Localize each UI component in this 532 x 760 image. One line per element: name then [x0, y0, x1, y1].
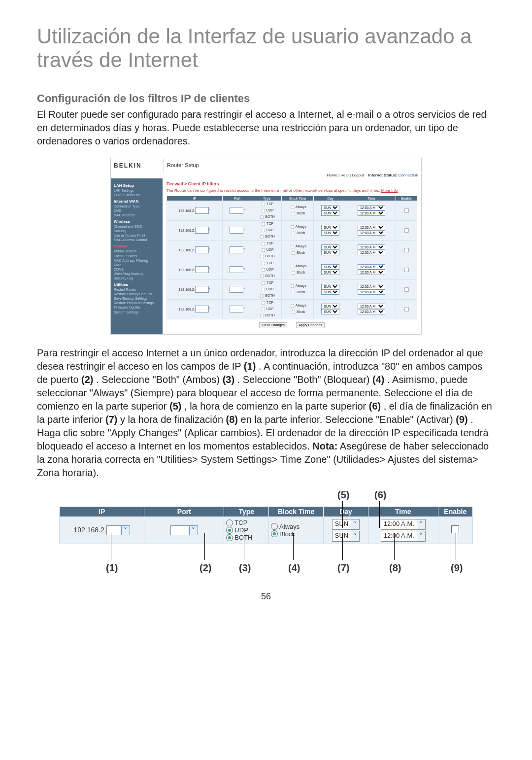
detail-blocktime-cell[interactable]: Always Block	[269, 517, 324, 544]
day-select[interactable]: SUN	[321, 264, 339, 270]
port-input[interactable]	[230, 306, 243, 312]
time-cell[interactable]: 12:00 A.M.12:00 A.M.	[347, 240, 396, 260]
sidebar-item[interactable]: Channel and SSID	[114, 224, 161, 229]
sidebar-item[interactable]: Use as Access Point	[114, 233, 161, 238]
day-select[interactable]: SUN	[321, 289, 339, 295]
type-radio[interactable]	[260, 274, 264, 278]
type-cell[interactable]: TCPUDPBOTH	[252, 260, 281, 279]
type-radio[interactable]	[262, 222, 266, 226]
port-cell[interactable]: ˅	[223, 220, 252, 240]
logout-link[interactable]: Logout	[352, 173, 364, 177]
clear-changes-button[interactable]: Clear Changes	[259, 322, 287, 328]
sidebar-item[interactable]: WAN Ping Blocking	[114, 272, 161, 276]
sidebar-item[interactable]: DDNS	[114, 267, 161, 272]
day-cell[interactable]: SUNSUN	[314, 260, 347, 279]
time-select[interactable]: 12:00 A.M.	[358, 270, 385, 275]
port-input[interactable]	[230, 246, 243, 253]
enable-checkbox[interactable]	[404, 287, 409, 292]
sidebar-item[interactable]: MAC Address Control	[114, 238, 161, 242]
type-radio[interactable]	[261, 307, 265, 311]
time-select[interactable]: 12:00 A.M.	[358, 284, 385, 289]
enable-checkbox[interactable]	[404, 268, 409, 272]
blocktime-radio[interactable]	[290, 304, 294, 308]
day-select[interactable]: SUN	[321, 284, 339, 289]
enable-cell[interactable]	[396, 220, 417, 240]
sidebar-item[interactable]: Restore Factory Defaults	[114, 292, 161, 296]
sidebar-item[interactable]: MAC Address	[114, 213, 161, 217]
day-select[interactable]: SUN	[321, 230, 339, 236]
type-radio[interactable]	[262, 281, 266, 285]
day-select[interactable]: SUN	[321, 225, 339, 230]
blocktime-cell[interactable]: AlwaysBlock	[282, 220, 314, 240]
enable-cell[interactable]	[396, 299, 417, 319]
time-select[interactable]: 12:00 A.M.	[358, 230, 385, 236]
type-radio[interactable]	[262, 261, 266, 265]
enable-checkbox[interactable]	[451, 525, 459, 533]
chevron-down-icon[interactable]: ˅	[189, 525, 198, 535]
port-cell[interactable]: ˅	[223, 201, 252, 220]
ip-cell[interactable]: 192.168.2.˅	[167, 240, 223, 260]
ip-octet-input[interactable]	[195, 286, 209, 293]
blocktime-cell[interactable]: AlwaysBlock	[282, 299, 314, 319]
ip-octet-input[interactable]	[195, 227, 209, 234]
port-cell[interactable]: ˅	[223, 299, 252, 319]
day-select[interactable]: SUN	[321, 250, 339, 255]
detail-ip-cell[interactable]: 192.168.2.˅	[60, 517, 144, 544]
ip-cell[interactable]: 192.168.2.˅	[167, 220, 223, 240]
sidebar-item[interactable]: Virtual Servers	[114, 249, 161, 253]
time-cell[interactable]: 12:00 A.M.12:00 A.M.	[347, 260, 396, 279]
blocktime-radio[interactable]	[290, 284, 294, 288]
detail-port-cell[interactable]: ˅	[144, 517, 224, 544]
enable-cell[interactable]	[396, 240, 417, 260]
apply-changes-button[interactable]: Apply Changes	[296, 322, 324, 328]
sidebar-item[interactable]: Firmware Update	[114, 305, 161, 310]
type-radio[interactable]	[262, 242, 266, 245]
sidebar-item[interactable]: System Settings	[114, 310, 161, 314]
ip-octet-input[interactable]	[195, 306, 209, 312]
sidebar-item[interactable]: DHCP Client List	[114, 193, 161, 197]
sidebar-item[interactable]: Client IP Filters	[114, 254, 161, 258]
type-radio[interactable]	[262, 301, 266, 305]
blocktime-radio[interactable]	[292, 311, 296, 314]
time-cell[interactable]: 12:00 A.M.12:00 A.M.	[347, 220, 396, 240]
blocktime-cell[interactable]: AlwaysBlock	[282, 260, 314, 279]
time-select[interactable]: 12:00 A.M.	[358, 304, 385, 309]
ip-cell[interactable]: 192.168.2.˅	[167, 279, 223, 299]
type-radio[interactable]	[261, 287, 265, 291]
ip-octet-input[interactable]	[195, 207, 209, 214]
sidebar-item[interactable]: Save/Backup Settings	[114, 296, 161, 301]
day-select[interactable]: SUN	[321, 304, 339, 309]
time-select[interactable]: 12:00 A.M.	[358, 264, 385, 270]
port-cell[interactable]: ˅	[223, 260, 252, 279]
blocktime-radio[interactable]	[292, 291, 296, 295]
chevron-down-icon[interactable]: ˅	[417, 519, 425, 529]
time-select[interactable]: 12:00 A.M.	[358, 205, 385, 210]
enable-checkbox[interactable]	[404, 208, 409, 213]
day-cell[interactable]: SUNSUN	[314, 279, 347, 299]
ip-octet-input[interactable]	[195, 266, 209, 273]
port-input[interactable]	[230, 286, 243, 293]
sidebar-item[interactable]: Restart Router	[114, 287, 161, 292]
type-cell[interactable]: TCPUDPBOTH	[252, 279, 281, 299]
blocktime-radio[interactable]	[290, 245, 294, 249]
type-radio[interactable]	[260, 254, 264, 258]
port-input[interactable]	[230, 227, 243, 234]
type-radio[interactable]	[260, 215, 264, 219]
time-select[interactable]: 12:00 A.M.	[358, 225, 385, 230]
ip-cell[interactable]: 192.168.2.˅	[167, 201, 223, 220]
port-cell[interactable]: ˅	[223, 279, 252, 299]
type-radio[interactable]	[261, 268, 265, 272]
time-select[interactable]: 12:00 A.M.	[358, 289, 385, 295]
detail-type-cell[interactable]: TCP UDP BOTH	[224, 517, 269, 544]
day-select[interactable]: SUN	[321, 210, 339, 216]
day-select[interactable]: SUN	[321, 270, 339, 275]
enable-cell[interactable]	[396, 201, 417, 220]
day-select[interactable]: SUN	[321, 309, 339, 314]
blocktime-radio[interactable]	[292, 212, 296, 216]
sidebar-item[interactable]: DMZ	[114, 263, 161, 267]
port-input[interactable]	[230, 207, 243, 214]
blocktime-radio[interactable]	[292, 271, 296, 275]
ip-octet-input[interactable]	[195, 246, 209, 253]
type-radio[interactable]	[261, 248, 265, 252]
detail-day-cell[interactable]: SUN˅ SUN˅	[324, 517, 368, 544]
